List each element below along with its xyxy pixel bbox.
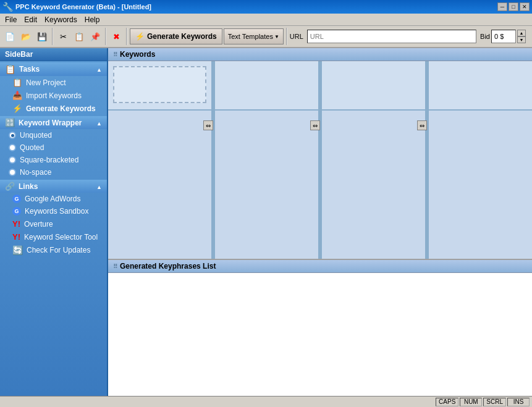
tasks-section-header[interactable]: 📋 Tasks <box>0 62 107 76</box>
keyword-column-1-header <box>108 61 211 111</box>
keyword-wrapper-icon: 🔡 <box>5 118 15 127</box>
bid-down-button[interactable]: ▼ <box>517 36 526 43</box>
keyword-wrapper-section-header[interactable]: 🔡 Keyword Wrapper <box>0 116 107 129</box>
google-adwords-icon: G <box>12 195 21 203</box>
check-for-updates-label: Check For Updates <box>27 246 90 254</box>
links-label: Links <box>19 182 38 191</box>
bid-input[interactable] <box>491 30 516 43</box>
keywords-grid: ⇔ ⇔ ⇔ <box>108 61 532 259</box>
radio-unquoted-indicator <box>9 132 16 139</box>
paste-icon <box>90 31 100 41</box>
sidebar-item-generate-keywords[interactable]: ⚡ Generate Keywords <box>0 102 107 115</box>
column-2-resize-handle[interactable]: ⇔ <box>310 120 320 130</box>
keyphrases-panel-header: ⠿ Generated Keyphrases List <box>108 260 532 273</box>
maximize-button[interactable]: □ <box>509 2 518 11</box>
app-icon: 🔧 <box>2 2 13 12</box>
title-bar: 🔧 PPC Keyword Generator (Beta) - [Untitl… <box>0 0 532 14</box>
import-keywords-label: Import Keywords <box>26 91 82 100</box>
keyword-column-2: ⇔ <box>215 61 322 259</box>
menu-keywords[interactable]: Keywords <box>41 14 81 25</box>
overture-label: Overture <box>24 220 53 229</box>
toolbar-paste-button[interactable] <box>88 29 103 44</box>
radio-no-space[interactable]: No-space <box>0 166 107 178</box>
links-header-content: 🔗 Links <box>5 182 38 191</box>
menu-edit[interactable]: Edit <box>20 14 41 25</box>
keyword-column-3: ⇔ <box>322 61 429 259</box>
menu-file[interactable]: File <box>1 14 20 25</box>
sidebar-item-keyword-selector-tool[interactable]: Y! Keyword Selector Tool <box>0 230 107 243</box>
links-icon: 🔗 <box>5 182 15 191</box>
keyphrases-panel-grip-icon: ⠿ <box>113 263 117 270</box>
radio-unquoted-label: Unquoted <box>20 131 52 140</box>
toolbar-open-button[interactable] <box>19 29 33 44</box>
sidebar-item-check-for-updates[interactable]: 🔄 Check For Updates <box>0 243 107 257</box>
keyword-column-4-header <box>429 61 532 111</box>
toolbar-cut-button[interactable] <box>56 29 70 44</box>
keywords-panel-header: ⠿ Keywords <box>108 48 532 61</box>
tasks-section-icon: 📋 <box>5 64 15 74</box>
keyphrases-content[interactable] <box>108 273 532 396</box>
radio-quoted[interactable]: Quoted <box>0 141 107 154</box>
keyword-column-1-input-area[interactable] <box>113 66 206 103</box>
keywords-panel-title: Keywords <box>120 50 155 59</box>
save-icon <box>37 31 47 41</box>
status-bar: CAPS NUM SCRL INS <box>0 396 532 407</box>
keyword-wrapper-label: Keyword Wrapper <box>19 119 82 127</box>
links-section-header[interactable]: 🔗 Links <box>0 180 107 193</box>
text-templates-label: Text Templates <box>228 33 273 40</box>
keyword-selector-tool-label: Keyword Selector Tool <box>24 233 98 241</box>
bid-spinner[interactable]: ▲ ▼ <box>517 30 526 43</box>
minimize-button[interactable]: ─ <box>497 2 507 11</box>
main-container: SideBar 📋 Tasks 📋 New Project 📥 Import K… <box>0 48 532 396</box>
bid-up-button[interactable]: ▲ <box>517 30 526 36</box>
keyword-column-4-body <box>429 111 532 259</box>
column-1-resize-handle[interactable]: ⇔ <box>203 120 213 130</box>
sidebar-item-google-adwords[interactable]: G Google AdWords <box>0 193 107 205</box>
toolbar-delete-button[interactable] <box>109 29 124 44</box>
generate-keywords-label: Generate Keywords <box>26 104 96 113</box>
tasks-section-label: Tasks <box>19 65 40 73</box>
toolbar-save-button[interactable] <box>35 29 49 44</box>
sidebar-item-new-project[interactable]: 📋 New Project <box>0 76 107 89</box>
toolbar-new-button[interactable] <box>2 29 17 44</box>
radio-square-bracketed-indicator <box>9 156 16 164</box>
keyword-wrapper-header-content: 🔡 Keyword Wrapper <box>5 118 82 127</box>
radio-square-bracketed[interactable]: Square-bracketed <box>0 154 107 166</box>
column-3-resize-handle[interactable]: ⇔ <box>417 120 427 130</box>
generate-keywords-button[interactable]: ⚡ Generate Keywords <box>130 28 222 44</box>
sidebar: SideBar 📋 Tasks 📋 New Project 📥 Import K… <box>0 48 108 396</box>
dropdown-arrow-icon: ▼ <box>274 34 279 40</box>
menu-help[interactable]: Help <box>81 14 104 25</box>
sidebar-item-overture[interactable]: Y! Overture <box>0 217 107 230</box>
url-input[interactable] <box>307 30 476 43</box>
text-templates-button[interactable]: Text Templates ▼ <box>224 28 284 44</box>
tasks-collapse-icon <box>96 65 102 73</box>
keyword-column-4 <box>429 61 532 259</box>
links-collapse-icon <box>96 182 102 191</box>
title-left: 🔧 PPC Keyword Generator (Beta) - [Untitl… <box>2 2 151 12</box>
new-icon <box>5 31 15 41</box>
keyphrases-panel: ⠿ Generated Keyphrases List <box>108 260 532 396</box>
generate-keywords-icon: ⚡ <box>12 104 22 113</box>
keyword-column-1: ⇔ <box>108 61 215 259</box>
sidebar-item-keywords-sandbox[interactable]: G Keywords Sandbox <box>0 205 107 217</box>
num-status: NUM <box>460 398 482 406</box>
copy-icon <box>74 31 84 41</box>
cut-icon <box>60 31 67 41</box>
new-project-label: New Project <box>26 78 66 87</box>
radio-unquoted[interactable]: Unquoted <box>0 129 107 141</box>
toolbar: ⚡ Generate Keywords Text Templates ▼ URL… <box>0 26 532 48</box>
delete-icon <box>113 31 120 41</box>
title-controls: ─ □ ✕ <box>497 2 530 11</box>
close-button[interactable]: ✕ <box>520 2 530 11</box>
window-title: PPC Keyword Generator (Beta) - [Untitled… <box>15 3 151 10</box>
toolbar-copy-button[interactable] <box>72 29 87 44</box>
toolbar-separator-3 <box>126 28 127 45</box>
toolbar-separator-4 <box>286 28 287 45</box>
sidebar-item-import-keywords[interactable]: 📥 Import Keywords <box>0 89 107 102</box>
radio-quoted-indicator <box>9 144 16 151</box>
panel-grip-icon: ⠿ <box>113 51 117 58</box>
keyword-column-3-header <box>322 61 425 111</box>
tasks-header-content: 📋 Tasks <box>5 64 40 74</box>
radio-quoted-label: Quoted <box>20 143 44 152</box>
